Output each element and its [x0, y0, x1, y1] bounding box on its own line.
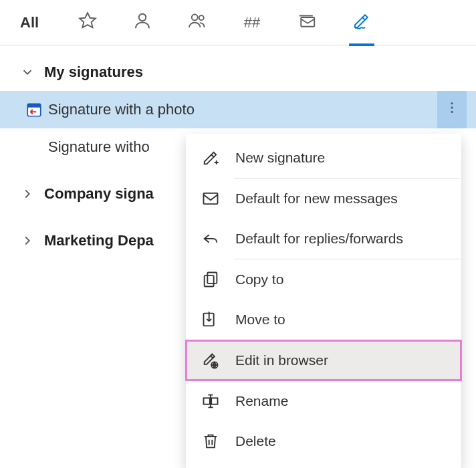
menu-move-to[interactable]: Move to — [186, 300, 461, 340]
pen-globe-icon — [201, 350, 221, 370]
section-label: My signatures — [44, 64, 143, 81]
pen-plus-icon — [201, 148, 221, 168]
trash-icon — [201, 431, 221, 451]
pen-sign-icon — [352, 11, 372, 35]
hash-icon: ## — [244, 14, 260, 31]
reply-arrow-icon — [201, 229, 221, 249]
chevron-right-icon — [20, 187, 35, 201]
svg-rect-14 — [204, 398, 210, 404]
menu-item-label: Move to — [235, 312, 285, 328]
filter-toolbar: All ## — [0, 0, 476, 45]
chevron-right-icon — [20, 233, 35, 248]
menu-default-new-messages[interactable]: Default for new messages — [186, 179, 461, 219]
mail-stack-icon — [297, 11, 317, 35]
person-icon — [132, 11, 152, 35]
people-icon — [187, 11, 207, 35]
tab-person[interactable] — [115, 0, 170, 45]
menu-default-replies-forwards[interactable]: Default for replies/forwards — [186, 219, 461, 259]
tab-people[interactable] — [170, 0, 225, 45]
svg-rect-15 — [211, 398, 217, 404]
list-item-label: Signature witho — [48, 138, 150, 156]
section-label: Marketing Depa — [44, 232, 154, 249]
menu-new-signature[interactable]: New signature — [186, 138, 461, 178]
svg-point-2 — [199, 15, 204, 20]
star-icon — [78, 11, 98, 35]
svg-point-1 — [192, 14, 198, 20]
menu-item-label: Default for replies/forwards — [235, 231, 403, 247]
section-my-signatures[interactable]: My signatures — [0, 53, 476, 91]
menu-item-label: New signature — [235, 150, 325, 166]
context-menu: New signature Default for new messages D… — [186, 134, 461, 468]
menu-item-label: Edit in browser — [235, 352, 328, 368]
rename-icon — [201, 391, 221, 411]
tab-all-label: All — [20, 14, 39, 31]
menu-edit-in-browser[interactable]: Edit in browser — [186, 340, 461, 380]
svg-point-7 — [451, 106, 453, 108]
svg-point-8 — [451, 111, 453, 113]
menu-copy-to[interactable]: Copy to — [186, 259, 461, 300]
envelope-icon — [201, 189, 221, 209]
calendar-arrow-icon — [25, 101, 43, 118]
chevron-down-icon — [20, 65, 35, 80]
menu-delete[interactable]: Delete — [186, 421, 461, 461]
tab-hash[interactable]: ## — [225, 0, 279, 45]
more-options-button[interactable] — [437, 91, 467, 128]
section-label: Company signa — [44, 185, 154, 203]
copy-icon — [201, 269, 221, 289]
svg-point-6 — [451, 102, 453, 104]
svg-rect-5 — [27, 104, 41, 107]
move-icon — [201, 310, 221, 330]
list-item[interactable]: Signature with a photo — [0, 91, 476, 128]
tab-mail[interactable] — [279, 0, 334, 45]
list-item-label: Signature with a photo — [48, 101, 195, 118]
vertical-dots-icon — [445, 100, 459, 119]
tab-favorites[interactable] — [60, 0, 115, 45]
svg-rect-10 — [207, 273, 217, 283]
svg-rect-9 — [204, 193, 218, 204]
menu-item-label: Delete — [235, 433, 276, 449]
menu-item-label: Default for new messages — [235, 191, 398, 207]
menu-item-label: Rename — [235, 393, 288, 409]
svg-point-0 — [139, 13, 146, 21]
menu-item-label: Copy to — [235, 271, 283, 287]
tab-signature[interactable] — [334, 0, 389, 45]
menu-rename[interactable]: Rename — [186, 381, 461, 421]
tab-all[interactable]: All — [20, 0, 60, 45]
svg-rect-3 — [301, 17, 314, 27]
svg-rect-11 — [205, 275, 214, 286]
